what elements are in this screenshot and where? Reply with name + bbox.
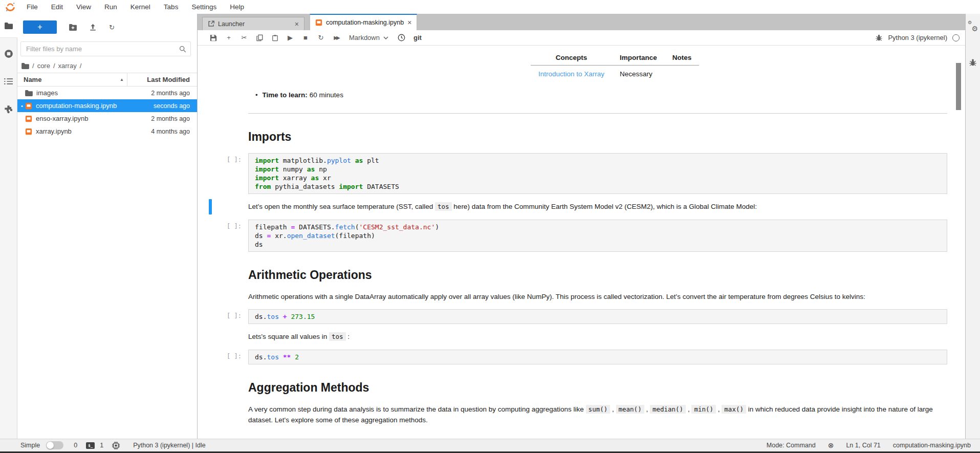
menu-tabs[interactable]: Tabs	[157, 0, 185, 14]
command-mode-label[interactable]: Mode: Command	[767, 442, 816, 449]
code-editor[interactable]: filepath = DATASETS.fetch('CESM2_sst_dat…	[248, 220, 947, 252]
file-list: images2 months ago•computation-masking.i…	[17, 87, 197, 138]
sidebar-tab-extensions[interactable]	[0, 97, 17, 121]
cell-prompt: [ ]:	[227, 312, 242, 319]
section-heading: Aggregation Methods	[248, 381, 947, 395]
paste-cells-icon[interactable]	[267, 34, 282, 41]
stop-kernel-icon[interactable]: ■	[298, 34, 313, 41]
terminals-count[interactable]: 0	[74, 442, 77, 449]
file-row[interactable]: images2 months ago	[17, 87, 197, 99]
code-cell[interactable]: [ ]:filepath = DATASETS.fetch('CESM2_sst…	[248, 220, 947, 252]
concept-link[interactable]: Introduction to Xarray	[538, 70, 604, 78]
code-cell[interactable]: [ ]:import matplotlib.pyplot as pltimpor…	[248, 153, 947, 194]
close-icon[interactable]: ×	[407, 19, 411, 26]
markdown-text: Let's open the monthly sea surface tempe…	[248, 201, 947, 212]
markdown-cell[interactable]: A very common step during data analysis …	[248, 404, 947, 426]
copy-cells-icon[interactable]	[252, 34, 267, 41]
tab-label: Launcher	[218, 20, 245, 28]
kernel-name-label[interactable]: Python 3 (ipykernel)	[888, 34, 947, 41]
notebook-toolbar: + ✂ ▶ ■ ↻ ▶▶ Markdown git Python 3 (ipyk…	[198, 30, 966, 46]
menu-bar: FileEditViewRunKernelTabsSettingsHelp	[0, 0, 980, 14]
restart-run-all-icon[interactable]: ▶▶	[329, 35, 344, 40]
filter-files-box	[20, 41, 191, 56]
markdown-cell[interactable]: Let's open the monthly sea surface tempe…	[248, 201, 947, 212]
filter-files-input[interactable]	[20, 41, 191, 56]
search-icon	[179, 46, 186, 53]
execution-time-icon[interactable]	[398, 34, 405, 41]
refresh-icon[interactable]: ↻	[109, 24, 115, 31]
close-icon[interactable]: ×	[295, 20, 299, 28]
sidebar-tab-debugger[interactable]	[966, 54, 980, 71]
add-cell-icon[interactable]: +	[221, 34, 236, 41]
menu-file[interactable]: File	[20, 0, 45, 14]
file-name: computation-masking.ipynb	[36, 102, 122, 110]
sidebar-tab-running[interactable]	[0, 42, 17, 66]
new-folder-icon[interactable]	[69, 24, 77, 31]
menu-view[interactable]: View	[70, 0, 98, 14]
folder-icon	[25, 90, 33, 96]
breadcrumb-segment-core[interactable]: core	[37, 62, 50, 70]
cell-type-dropdown[interactable]: Markdown	[349, 34, 388, 41]
notebook-scrollbar[interactable]	[956, 63, 961, 110]
code-cell[interactable]: [ ]:ds.tos + 273.15	[248, 309, 947, 324]
breadcrumb: /core/xarray/	[17, 59, 197, 73]
code-editor[interactable]: ds.tos + 273.15	[248, 309, 947, 324]
section-heading: Arithmetic Operations	[248, 268, 947, 282]
menu-help[interactable]: Help	[223, 0, 251, 14]
debugger-icon[interactable]	[875, 34, 883, 41]
simple-mode-toggle[interactable]	[46, 441, 63, 449]
column-modified-label[interactable]: Last Modified	[127, 73, 197, 86]
table-header-cell: Concepts	[531, 52, 612, 66]
left-activity-bar	[0, 14, 17, 439]
kernel-status-label[interactable]: Python 3 (ipykernel) | Idle	[133, 442, 206, 449]
new-launcher-button[interactable]: +	[23, 20, 57, 34]
notebook-icon	[25, 128, 32, 135]
table-header-cell: Notes	[665, 52, 700, 66]
restart-kernel-icon[interactable]: ↻	[313, 34, 329, 41]
table-cell: Necessary	[612, 66, 665, 78]
tab-launcher[interactable]: Launcher×	[202, 17, 304, 30]
file-row[interactable]: enso-xarray.ipynb2 months ago	[17, 112, 197, 125]
right-activity-bar: ⚙⚙	[965, 14, 980, 439]
markdown-cell[interactable]: Arithmetic operations with a single Data…	[248, 291, 947, 303]
save-icon[interactable]	[206, 34, 221, 41]
cursor-position-label[interactable]: Ln 1, Col 71	[846, 442, 880, 449]
tab-label: computation-masking.ipynb	[326, 19, 404, 26]
breadcrumb-separator: /	[53, 62, 55, 70]
menu-kernel[interactable]: Kernel	[124, 0, 157, 14]
breadcrumb-separator: /	[32, 62, 34, 70]
notebook-content: ConceptsImportanceNotesIntroduction to X…	[198, 52, 966, 439]
menu-edit[interactable]: Edit	[45, 0, 70, 14]
kernels-count[interactable]: 1	[100, 442, 103, 449]
code-editor[interactable]: ds.tos ** 2	[248, 350, 947, 364]
run-cell-icon[interactable]: ▶	[282, 34, 298, 41]
sidebar-tab-toc[interactable]	[0, 70, 17, 93]
cut-cells-icon[interactable]: ✂	[236, 34, 252, 41]
section-heading: Imports	[248, 130, 947, 144]
code-editor[interactable]: import matplotlib.pyplot as pltimport nu…	[248, 153, 947, 194]
selected-dot: •	[19, 103, 25, 109]
cell-prompt: [ ]:	[227, 353, 242, 360]
tab-computation-masking-ipynb[interactable]: computation-masking.ipynb×	[310, 14, 417, 30]
bullet-text: 60 minutes	[310, 91, 343, 99]
debugger-sidebar-icon	[969, 58, 977, 67]
menu-run[interactable]: Run	[98, 0, 124, 14]
notebook-panel: ConceptsImportanceNotesIntroduction to X…	[198, 46, 966, 439]
file-row[interactable]: xarray.ipynb4 months ago	[17, 125, 197, 138]
menu-settings[interactable]: Settings	[185, 0, 223, 14]
markdown-text: Arithmetic operations with a single Data…	[248, 291, 947, 303]
terminal-icon: $_	[86, 442, 95, 449]
sidebar-tab-property-inspector[interactable]: ⚙⚙	[966, 18, 980, 35]
git-toolbar-label[interactable]: git	[413, 34, 422, 41]
table-cell: Introduction to Xarray	[531, 66, 612, 78]
code-cell[interactable]: [ ]:ds.tos ** 2	[248, 350, 947, 364]
file-browser-toolbar: + ↻	[17, 14, 197, 37]
file-modified: 2 months ago	[122, 90, 197, 97]
menu-bar-items: FileEditViewRunKernelTabsSettingsHelp	[20, 0, 251, 14]
file-row[interactable]: •computation-masking.ipynbseconds ago	[17, 99, 197, 112]
upload-icon[interactable]	[89, 24, 97, 31]
markdown-cell[interactable]: Lets's square all values in tos :	[248, 331, 947, 342]
file-list-header[interactable]: Name ▲ Last Modified	[17, 73, 197, 87]
sidebar-tab-file-browser[interactable]	[0, 14, 17, 38]
breadcrumb-segment-xarray[interactable]: xarray	[58, 62, 77, 70]
